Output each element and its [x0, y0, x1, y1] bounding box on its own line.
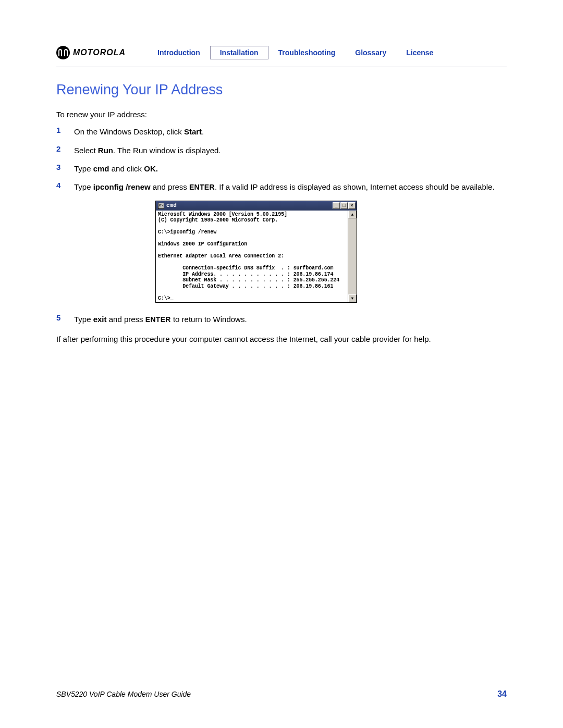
text: Select [74, 146, 98, 155]
footer-guide-title: SBV5220 VoIP Cable Modem User Guide [56, 690, 191, 698]
bold: OK. [144, 164, 158, 173]
step-2: Select Run. The Run window is displayed. [74, 144, 507, 156]
step-number: 1 [56, 126, 69, 138]
footer-page-number: 34 [497, 689, 507, 699]
key-enter: ENTER [189, 183, 215, 191]
motorola-batwing-icon [56, 46, 70, 59]
scroll-down-icon[interactable]: ▼ [348, 294, 357, 302]
header-divider [56, 67, 507, 67]
nav-license[interactable]: License [396, 46, 443, 59]
minimize-button[interactable]: _ [333, 202, 340, 209]
step-number: 3 [56, 163, 69, 175]
bold: Run [98, 146, 113, 155]
text: and press [107, 315, 145, 324]
scrollbar[interactable]: ▲ ▼ [348, 211, 357, 303]
text: to return to Windows. [171, 315, 247, 324]
page-header: MOTOROLA Introduction Installation Troub… [56, 46, 507, 67]
text: and click [109, 164, 144, 173]
text: . [202, 127, 204, 136]
cmd-window: c\ cmd _ □ × Microsoft Windows 2000 [Ver… [155, 201, 357, 303]
text: Type [74, 182, 93, 191]
key-enter: ENTER [145, 315, 171, 324]
cmd-icon: c\ [158, 203, 164, 209]
nav-introduction[interactable]: Introduction [148, 46, 210, 59]
cmd-output: Microsoft Windows 2000 [Version 5.00.219… [156, 211, 348, 303]
page-title: Renewing Your IP Address [56, 82, 507, 98]
nav-glossary[interactable]: Glossary [345, 46, 396, 59]
step-1: On the Windows Desktop, click Start. [74, 126, 507, 138]
scroll-up-icon[interactable]: ▲ [348, 211, 357, 218]
step-number: 2 [56, 144, 69, 156]
closing-text: If after performing this procedure your … [56, 333, 507, 345]
top-nav: Introduction Installation Troubleshootin… [148, 46, 443, 59]
maximize-button[interactable]: □ [340, 202, 348, 209]
step-number: 5 [56, 313, 69, 326]
bold: cmd [93, 164, 109, 173]
close-button[interactable]: × [348, 202, 356, 209]
text: On the Windows Desktop, click [74, 127, 184, 136]
step-number: 4 [56, 181, 69, 307]
step-4: Type ipconfig /renew and press ENTER. If… [74, 181, 507, 307]
text: . If a valid IP address is displayed as … [215, 182, 495, 191]
text: and press [151, 182, 189, 191]
steps-list: 1 On the Windows Desktop, click Start. 2… [56, 126, 507, 326]
cmd-title: cmd [166, 201, 177, 210]
intro-text: To renew your IP address: [56, 108, 507, 120]
text: . The Run window is displayed. [113, 146, 221, 155]
brand-name: MOTOROLA [73, 48, 126, 57]
page-footer: SBV5220 VoIP Cable Modem User Guide 34 [56, 689, 507, 699]
brand-logo: MOTOROLA [56, 46, 126, 59]
bold: ipconfig /renew [93, 182, 151, 191]
step-5: Type exit and press ENTER to return to W… [74, 313, 507, 326]
text: Type [74, 164, 93, 173]
nav-troubleshooting[interactable]: Troubleshooting [268, 46, 346, 59]
text: Type [74, 315, 93, 324]
window-buttons: _ □ × [333, 202, 356, 209]
cmd-titlebar: c\ cmd _ □ × [156, 201, 357, 211]
step-3: Type cmd and click OK. [74, 163, 507, 175]
bold: exit [93, 315, 107, 324]
bold: Start [184, 127, 202, 136]
nav-installation[interactable]: Installation [210, 46, 268, 59]
